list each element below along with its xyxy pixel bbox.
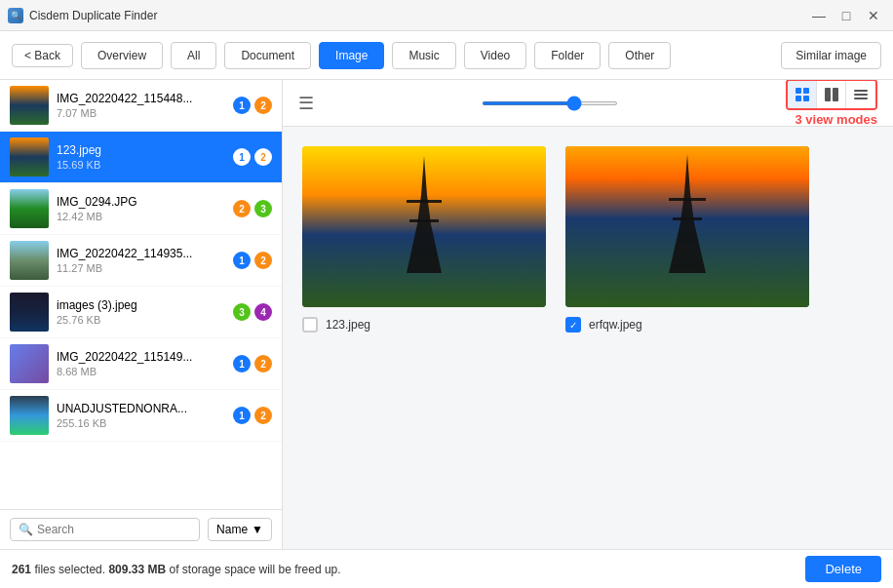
view-mode-group [786,80,877,110]
maximize-button[interactable]: □ [835,6,858,25]
compare-icon [824,87,839,102]
zoom-slider[interactable] [482,101,618,105]
image-card-right: ✓ erfqw.jpeg [565,146,809,529]
sort-label: Name [216,523,248,536]
status-text: 261 files selected. 809.33 MB of storage… [12,563,341,576]
file-thumbnail-0 [10,86,49,125]
file-size-0: 7.07 MB [57,107,225,119]
svg-rect-0 [796,88,801,94]
file-name-6: UNADJUSTEDNONRA... [57,402,225,415]
delete-button[interactable]: Delete [805,556,881,582]
badge-2-3: 2 [254,252,272,269]
search-input[interactable] [37,523,191,536]
file-list: IMG_20220422_115448... 7.07 MB 1 2 123.j… [0,80,282,509]
tab-music[interactable]: Music [392,42,455,69]
right-panel: ☰ 3 view modes [283,80,893,549]
zoom-slider-wrap [452,101,647,105]
title-bar: 🔍 Cisdem Duplicate Finder — □ ✕ [0,0,893,31]
badge-1-6: 1 [233,407,251,424]
file-badges-4: 3 4 [233,303,272,321]
badge-2-2: 2 [233,200,251,217]
tab-other[interactable]: Other [608,42,671,69]
badge-1-1: 1 [233,148,251,166]
similar-image-button[interactable]: Similar image [781,42,881,69]
file-size-6: 255.16 KB [57,417,225,429]
file-item-3[interactable]: IMG_20220422_114935... 11.27 MB 1 2 [0,235,282,287]
tab-overview[interactable]: Overview [81,42,163,69]
tab-folder[interactable]: Folder [534,42,601,69]
svg-rect-3 [803,96,809,101]
file-thumbnail-5 [10,344,49,383]
status-text-end: of storage space will be freed up. [169,563,340,576]
file-badges-5: 1 2 [233,355,272,372]
file-name-5: IMG_20220422_115149... [57,350,225,364]
file-info-2: IMG_0294.JPG 12.42 MB [57,195,225,222]
badge-1-0: 1 [233,97,251,114]
svg-rect-8 [854,98,868,99]
file-item-6[interactable]: UNADJUSTEDNONRA... 255.16 KB 1 2 [0,390,282,442]
back-button[interactable]: < Back [12,44,73,67]
image-preview-left [302,146,546,307]
tab-all[interactable]: All [171,42,216,69]
view-mode-compare-button[interactable] [817,81,846,108]
view-mode-list-button[interactable] [846,81,875,108]
file-size-2: 12.42 MB [57,211,225,222]
file-name-3: IMG_20220422_114935... [57,247,225,260]
image-checkbox-left[interactable] [302,317,318,333]
view-mode-grid-button[interactable] [788,81,817,108]
file-info-0: IMG_20220422_115448... 7.07 MB [57,92,225,119]
file-badges-3: 1 2 [233,252,272,269]
badge-2-0: 2 [254,97,272,114]
svg-rect-1 [803,88,809,94]
file-info-3: IMG_20220422_114935... 11.27 MB [57,247,225,274]
badge-2-1: 2 [254,148,272,166]
tab-document[interactable]: Document [224,42,311,69]
svg-rect-12 [409,219,439,222]
file-badges-2: 2 3 [233,200,272,217]
file-thumbnail-1 [10,137,49,176]
file-name-0: IMG_20220422_115448... [57,92,225,105]
image-grid: 123.jpeg [283,127,893,549]
sort-button[interactable]: Name ▼ [208,518,272,541]
close-button[interactable]: ✕ [862,6,885,25]
image-checkbox-right[interactable]: ✓ [565,317,581,333]
file-size-1: 15.69 KB [57,159,225,171]
image-name-left: 123.jpeg [326,318,370,332]
file-name-2: IMG_0294.JPG [57,195,225,209]
file-info-4: images (3).jpeg 25.76 KB [57,298,225,326]
file-size-4: 25.76 KB [57,314,225,326]
status-count: 261 [12,563,31,576]
file-item-2[interactable]: IMG_0294.JPG 12.42 MB 2 3 [0,183,282,235]
svg-rect-16 [673,217,702,220]
badge-1-5: 1 [233,355,251,372]
tab-image[interactable]: Image [319,42,384,69]
search-input-wrap[interactable]: 🔍 [10,518,200,541]
file-info-1: 123.jpeg 15.69 KB [57,143,225,171]
view-modes-label: 3 view modes [795,112,877,127]
svg-rect-5 [833,88,838,101]
file-item-0[interactable]: IMG_20220422_115448... 7.07 MB 1 2 [0,80,282,132]
left-panel: IMG_20220422_115448... 7.07 MB 1 2 123.j… [0,80,283,549]
file-info-6: UNADJUSTEDNONRA... 255.16 KB [57,402,225,429]
file-item-1[interactable]: 123.jpeg 15.69 KB 1 2 [0,132,282,183]
badge-3-4: 3 [233,303,251,321]
badge-1-3: 1 [233,252,251,269]
main-content: IMG_20220422_115448... 7.07 MB 1 2 123.j… [0,80,893,549]
badge-4-4: 4 [254,303,272,321]
image-card-left: 123.jpeg [302,146,546,529]
title-bar-left: 🔍 Cisdem Duplicate Finder [8,8,157,23]
image-footer-left: 123.jpeg [302,317,546,333]
file-item-5[interactable]: IMG_20220422_115149... 8.68 MB 1 2 [0,338,282,390]
tab-video[interactable]: Video [464,42,526,69]
minimize-button[interactable]: — [807,6,831,25]
eiffel-tower-right-svg [565,146,809,307]
badge-2-6: 2 [254,407,272,424]
status-size: 809.33 MB [108,563,166,576]
right-toolbar-right: 3 view modes [786,80,877,127]
file-item-4[interactable]: images (3).jpeg 25.76 KB 3 4 [0,287,282,338]
image-name-right: erfqw.jpeg [589,318,642,332]
svg-rect-7 [854,94,868,96]
file-badges-6: 1 2 [233,407,272,424]
sort-order-icon[interactable]: ☰ [298,93,314,114]
image-footer-right: ✓ erfqw.jpeg [565,317,809,333]
